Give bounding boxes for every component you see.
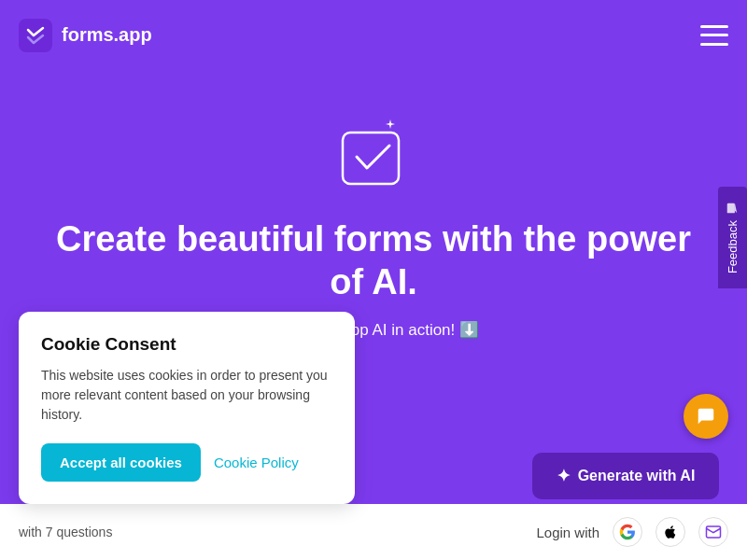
questions-count: with 7 questions — [19, 525, 112, 539]
email-login-button[interactable] — [698, 517, 728, 547]
apple-login-button[interactable] — [655, 517, 685, 547]
hamburger-line-1 — [700, 25, 728, 28]
svg-rect-0 — [343, 133, 399, 184]
feedback-tab[interactable]: Feedback — [718, 187, 747, 288]
generate-with-ai-button[interactable]: ✦ Generate with AI — [532, 453, 719, 499]
check-icon-wrapper — [331, 112, 416, 200]
sparkle-icon: ✦ — [557, 466, 571, 486]
main-heading: Create beautiful forms with the power of… — [19, 218, 728, 303]
hamburger-line-2 — [700, 34, 728, 36]
generate-btn-label: Generate with AI — [578, 468, 696, 484]
login-section: Login with — [536, 517, 728, 547]
hamburger-line-3 — [700, 43, 728, 46]
accept-cookies-button[interactable]: Accept all cookies — [41, 443, 201, 482]
logo-icon — [19, 19, 52, 52]
cookie-description: This website uses cookies in order to pr… — [41, 366, 332, 425]
logo-text: forms.app — [62, 24, 152, 46]
cookie-actions: Accept all cookies Cookie Policy — [41, 443, 332, 482]
hamburger-menu[interactable] — [700, 25, 728, 46]
chat-bubble-button[interactable] — [684, 394, 728, 439]
logo-area: forms.app — [19, 19, 152, 52]
bottom-bar: with 7 questions Login with — [0, 504, 747, 560]
google-login-button[interactable] — [613, 517, 642, 547]
cookie-title: Cookie Consent — [41, 334, 332, 355]
cookie-consent-modal: Cookie Consent This website uses cookies… — [19, 312, 355, 504]
login-with-label: Login with — [536, 525, 599, 540]
header: forms.app — [0, 0, 747, 70]
cookie-policy-link[interactable]: Cookie Policy — [214, 455, 299, 470]
svg-rect-1 — [727, 203, 735, 214]
feedback-label: Feedback — [726, 220, 740, 273]
